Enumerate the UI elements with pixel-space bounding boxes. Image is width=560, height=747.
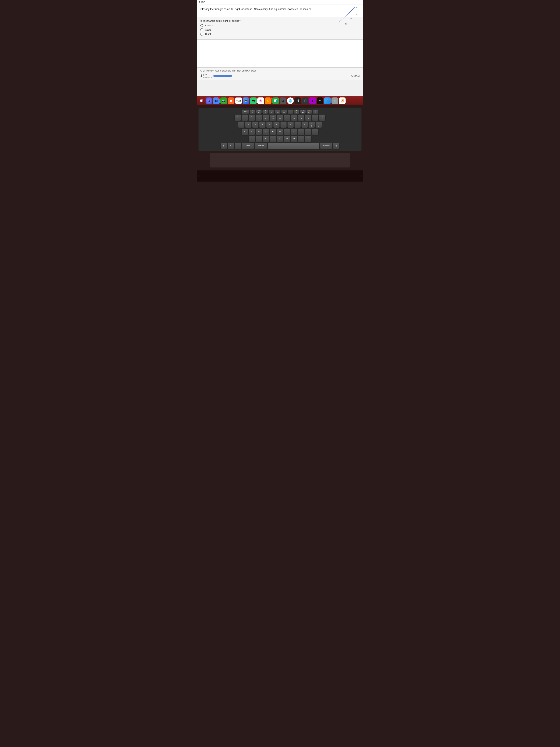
radio-obtuse[interactable]: [201, 24, 203, 27]
key-minus[interactable]: _-: [312, 114, 318, 121]
key-f7[interactable]: ⏮F7: [288, 110, 293, 114]
key-g[interactable]: G: [270, 129, 276, 135]
key-shift-left[interactable]: ⇧: [220, 143, 227, 149]
key-2[interactable]: @2: [249, 114, 255, 121]
key-semicolon[interactable]: :;: [305, 129, 311, 135]
laptop-bottom-bezel: [197, 171, 363, 182]
key-f8[interactable]: ⏸F8: [294, 110, 299, 114]
dock-maps[interactable]: 🗺: [250, 98, 257, 104]
key-y[interactable]: Y: [273, 122, 279, 128]
key-d[interactable]: D: [256, 129, 262, 135]
svg-text:30: 30: [345, 23, 347, 25]
key-comma[interactable]: <,: [298, 136, 304, 142]
key-m[interactable]: M: [291, 136, 297, 142]
key-command-right[interactable]: command: [320, 143, 332, 149]
key-a[interactable]: A: [242, 129, 248, 135]
key-f11[interactable]: 🔉F11: [313, 110, 318, 114]
key-f[interactable]: F: [263, 129, 269, 135]
key-7[interactable]: &7: [284, 114, 290, 121]
key-f4[interactable]: ⋯F4: [269, 110, 274, 114]
dock-apple[interactable]: [198, 98, 205, 104]
dock-music[interactable]: 🎵: [302, 98, 309, 104]
dock-facetime[interactable]: 📷: [220, 98, 227, 104]
key-z[interactable]: Z: [249, 136, 255, 142]
key-f3[interactable]: ⊞F3: [262, 110, 268, 114]
key-5[interactable]: %5: [270, 114, 276, 121]
key-f1[interactable]: ☀F1: [250, 110, 256, 114]
key-j[interactable]: J: [284, 129, 290, 135]
key-8[interactable]: *8: [291, 114, 297, 121]
touchpad[interactable]: [210, 153, 350, 168]
key-f10[interactable]: 🔇F10: [306, 110, 312, 114]
key-x[interactable]: X: [256, 136, 262, 142]
dock-safari[interactable]: 🧭: [339, 98, 346, 104]
option-obtuse[interactable]: Obtuse: [201, 24, 359, 27]
key-b[interactable]: B: [277, 136, 283, 142]
key-q[interactable]: Q: [238, 122, 244, 128]
key-option-right[interactable]: op: [333, 143, 340, 149]
part-number: 1: [201, 74, 202, 78]
key-equal[interactable]: +=: [319, 114, 325, 121]
key-space[interactable]: [268, 143, 319, 149]
key-bracket-l[interactable]: {[: [309, 122, 315, 128]
key-0[interactable]: )0: [305, 114, 311, 121]
key-ctrl[interactable]: ⌃: [235, 143, 241, 149]
key-c[interactable]: C: [263, 136, 269, 142]
zxcv-row: Z X C V B N M <, >.: [200, 136, 360, 142]
key-v[interactable]: V: [270, 136, 276, 142]
dock-mail[interactable]: ✉ 4: [213, 98, 220, 104]
key-backtick[interactable]: ~`: [235, 114, 241, 121]
key-o[interactable]: O: [294, 122, 301, 128]
dock-app-14[interactable]: 📐 14: [265, 98, 271, 104]
dock-appletv[interactable]: étv: [317, 98, 323, 104]
dock-n-app[interactable]: N: [294, 98, 301, 104]
key-w[interactable]: W: [245, 122, 251, 128]
app14-badge: 14: [270, 97, 272, 99]
svg-text:34: 34: [356, 14, 358, 16]
key-u[interactable]: U: [281, 122, 287, 128]
key-l[interactable]: L: [298, 129, 304, 135]
dock-podcasts[interactable]: 🎙: [309, 98, 316, 104]
key-1[interactable]: !1: [242, 114, 248, 121]
key-n[interactable]: N: [284, 136, 290, 142]
radio-acute[interactable]: [201, 28, 203, 31]
radio-right[interactable]: [201, 33, 203, 35]
key-r[interactable]: R: [259, 122, 266, 128]
key-h[interactable]: H: [277, 129, 283, 135]
dock-photos[interactable]: 🌸: [258, 98, 264, 104]
key-f2[interactable]: ☀☀F2: [256, 110, 262, 114]
key-fn[interactable]: fn: [228, 143, 234, 149]
dock-calendar[interactable]: FEB 24: [235, 98, 242, 104]
key-f6[interactable]: ✧F6: [281, 110, 287, 114]
key-k[interactable]: K: [291, 129, 297, 135]
dock-launchpad[interactable]: ⊞: [206, 98, 212, 104]
option-right[interactable]: Right: [201, 33, 359, 35]
key-option-left[interactable]: option: [242, 143, 254, 149]
key-t[interactable]: T: [266, 122, 273, 128]
key-e[interactable]: E: [252, 122, 259, 128]
key-f5[interactable]: ✦F5: [275, 110, 281, 114]
clear-all-button[interactable]: Clear All: [351, 75, 359, 77]
dock-numbers[interactable]: 📊: [272, 98, 279, 104]
dock-finder[interactable]: 😊: [243, 98, 249, 104]
key-4[interactable]: $4: [263, 114, 269, 121]
option-acute[interactable]: Acute: [201, 28, 359, 31]
dock-reminders[interactable]: 📋: [228, 98, 235, 104]
dock-chrome[interactable]: 🌐: [287, 98, 294, 104]
dock-settings[interactable]: ⚙️: [331, 98, 338, 104]
key-9[interactable]: (9: [298, 114, 304, 121]
key-bracket-r[interactable]: }]: [316, 122, 322, 128]
key-s[interactable]: S: [249, 129, 255, 135]
key-3[interactable]: #3: [256, 114, 262, 121]
dock-xcode[interactable]: 🔨: [324, 98, 331, 104]
key-p[interactable]: P: [301, 122, 308, 128]
key-period[interactable]: >.: [305, 136, 311, 142]
key-esc[interactable]: esc: [242, 110, 249, 114]
key-i[interactable]: I: [287, 122, 294, 128]
key-f9[interactable]: ⏭F9: [300, 110, 306, 114]
key-quote[interactable]: "': [312, 129, 318, 135]
dock-app2[interactable]: 🖥: [279, 98, 286, 104]
key-command-left[interactable]: command: [255, 143, 267, 149]
key-6[interactable]: ^6: [277, 114, 283, 121]
mac-dock: ⊞ ✉ 4 📷 📋 FEB 24 😊 🗺 🌸 📐 14 📊 🖥 🌐: [197, 96, 363, 105]
